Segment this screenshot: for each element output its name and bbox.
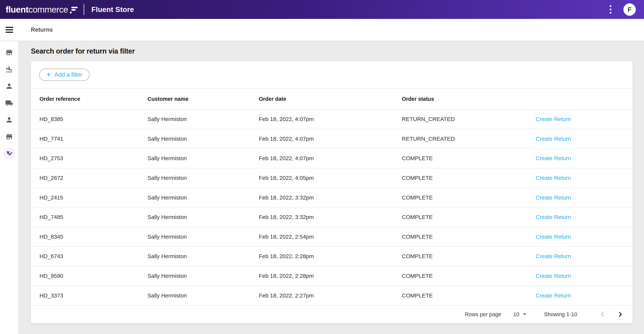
order-status-cell: COMPLETE bbox=[402, 194, 536, 201]
main-content: Search order for return via filter + Add… bbox=[18, 41, 644, 334]
filter-bar: + Add a filter bbox=[31, 61, 632, 89]
breadcrumb: Returns bbox=[31, 27, 53, 33]
create-return-link[interactable]: Create Return bbox=[536, 116, 632, 122]
sidebar-item-customer[interactable] bbox=[0, 78, 18, 95]
chevron-left-icon bbox=[600, 311, 606, 317]
sidebar-item-returns[interactable] bbox=[0, 145, 18, 162]
customer-name-cell: Sally Hermiston bbox=[148, 253, 259, 259]
order-date-cell: Feb 18, 2022, 4:07pm bbox=[259, 116, 402, 122]
store-name: Fluent Store bbox=[91, 6, 134, 14]
column-header-order-date: Order date bbox=[259, 96, 402, 102]
person-icon bbox=[5, 116, 13, 124]
sidebar-item-users[interactable] bbox=[0, 111, 18, 128]
page-title: Search order for return via filter bbox=[31, 47, 632, 56]
rows-per-page-label: Rows per page bbox=[465, 311, 501, 317]
person-icon bbox=[5, 82, 13, 90]
sub-header: Returns bbox=[0, 19, 644, 41]
logo-text-bold: fluent bbox=[6, 4, 28, 15]
fluent-f-mark-icon bbox=[70, 6, 78, 14]
column-header-customer-name: Customer name bbox=[148, 96, 259, 102]
order-date-cell: Feb 18, 2022, 3:32pm bbox=[259, 194, 402, 201]
rows-per-page-select[interactable]: 10 bbox=[513, 311, 526, 317]
flight-land-icon bbox=[5, 65, 13, 73]
pagination-bar: Rows per page 10 Showing 1-10 bbox=[31, 305, 632, 323]
customer-name-cell: Sally Hermiston bbox=[148, 214, 259, 220]
order-status-cell: COMPLETE bbox=[402, 292, 536, 299]
chevron-right-icon bbox=[617, 311, 624, 317]
logo-text-light: commerce bbox=[28, 4, 68, 15]
order-date-cell: Feb 18, 2022, 2:28pm bbox=[259, 273, 402, 279]
customer-name-cell: Sally Hermiston bbox=[148, 292, 259, 299]
create-return-link[interactable]: Create Return bbox=[536, 214, 632, 220]
returns-check-icon bbox=[5, 149, 13, 158]
order-date-cell: Feb 18, 2022, 4:07pm bbox=[259, 136, 402, 142]
column-header-order-status: Order status bbox=[402, 96, 536, 102]
order-status-cell: COMPLETE bbox=[402, 273, 536, 279]
sidebar-item-arrivals[interactable] bbox=[0, 61, 18, 78]
selected-item-highlight bbox=[3, 148, 15, 160]
appbar-divider bbox=[84, 4, 84, 15]
table-row: HD_2415 Sally Hermiston Feb 18, 2022, 3:… bbox=[31, 188, 632, 208]
table-row: HD_2672 Sally Hermiston Feb 18, 2022, 4:… bbox=[31, 168, 632, 188]
create-return-link[interactable]: Create Return bbox=[536, 292, 632, 299]
create-return-link[interactable]: Create Return bbox=[536, 194, 632, 201]
order-date-cell: Feb 18, 2022, 2:27pm bbox=[259, 292, 402, 299]
create-return-link[interactable]: Create Return bbox=[536, 273, 632, 279]
order-status-cell: COMPLETE bbox=[402, 175, 536, 181]
sidebar-item-locations[interactable] bbox=[0, 128, 18, 145]
fluentcommerce-logo: fluentcommerce bbox=[6, 4, 78, 15]
table-row: HD_8345 Sally Hermiston Feb 18, 2022, 2:… bbox=[31, 227, 632, 247]
order-date-cell: Feb 18, 2022, 3:32pm bbox=[259, 214, 402, 220]
order-reference-cell: HD_2753 bbox=[40, 155, 148, 161]
order-reference-cell: HD_2415 bbox=[40, 194, 148, 201]
showing-range-label: Showing 1-10 bbox=[544, 311, 577, 317]
sidebar-item-shipping[interactable] bbox=[0, 95, 18, 111]
order-date-cell: Feb 18, 2022, 2:54pm bbox=[259, 234, 402, 240]
order-reference-cell: HD_2672 bbox=[40, 175, 148, 181]
table-row: HD_7741 Sally Hermiston Feb 18, 2022, 4:… bbox=[31, 129, 632, 149]
menu-toggle-button[interactable] bbox=[0, 27, 18, 33]
order-reference-cell: HD_6743 bbox=[40, 253, 148, 259]
customer-name-cell: Sally Hermiston bbox=[148, 234, 259, 240]
next-page-button[interactable] bbox=[616, 310, 625, 319]
order-status-cell: COMPLETE bbox=[402, 234, 536, 240]
table-header-row: Order reference Customer name Order date… bbox=[31, 89, 632, 110]
order-reference-cell: HD_8385 bbox=[40, 116, 148, 122]
create-return-link[interactable]: Create Return bbox=[536, 175, 632, 181]
order-reference-cell: HD_8345 bbox=[40, 234, 148, 240]
previous-page-button[interactable] bbox=[598, 310, 607, 319]
order-status-cell: RETURN_CREATED bbox=[402, 136, 536, 142]
customer-name-cell: Sally Hermiston bbox=[148, 116, 259, 122]
table-row: HD_7485 Sally Hermiston Feb 18, 2022, 3:… bbox=[31, 208, 632, 227]
plus-icon: + bbox=[46, 71, 51, 78]
returns-card: + Add a filter Order reference Customer … bbox=[31, 61, 632, 323]
customer-name-cell: Sally Hermiston bbox=[148, 155, 259, 161]
create-return-link[interactable]: Create Return bbox=[536, 155, 632, 161]
customer-name-cell: Sally Hermiston bbox=[148, 194, 259, 201]
create-return-link[interactable]: Create Return bbox=[536, 234, 632, 240]
column-header-order-reference: Order reference bbox=[40, 96, 148, 102]
overflow-menu-icon[interactable] bbox=[608, 3, 613, 16]
sidebar-item-store[interactable] bbox=[0, 44, 18, 61]
customer-name-cell: Sally Hermiston bbox=[148, 136, 259, 142]
sidebar bbox=[0, 41, 18, 334]
order-reference-cell: HD_7741 bbox=[40, 136, 148, 142]
hamburger-icon bbox=[6, 27, 13, 33]
order-date-cell: Feb 18, 2022, 4:07pm bbox=[259, 155, 402, 161]
avatar[interactable]: F bbox=[624, 3, 636, 16]
order-status-cell: RETURN_CREATED bbox=[402, 116, 536, 122]
dropdown-caret-icon bbox=[523, 313, 526, 315]
create-return-link[interactable]: Create Return bbox=[536, 136, 632, 142]
create-return-link[interactable]: Create Return bbox=[536, 253, 632, 259]
table-row: HD_8385 Sally Hermiston Feb 18, 2022, 4:… bbox=[31, 110, 632, 129]
customer-name-cell: Sally Hermiston bbox=[148, 273, 259, 279]
order-date-cell: Feb 18, 2022, 4:05pm bbox=[259, 175, 402, 181]
order-date-cell: Feb 18, 2022, 2:28pm bbox=[259, 253, 402, 259]
store-icon bbox=[5, 133, 13, 141]
order-status-cell: COMPLETE bbox=[402, 253, 536, 259]
order-reference-cell: HD_7485 bbox=[40, 214, 148, 220]
order-reference-cell: HD_3373 bbox=[40, 292, 148, 299]
add-filter-button[interactable]: + Add a filter bbox=[39, 69, 90, 81]
table-row: HD_3373 Sally Hermiston Feb 18, 2022, 2:… bbox=[31, 286, 632, 305]
add-filter-label: Add a filter bbox=[54, 71, 82, 78]
